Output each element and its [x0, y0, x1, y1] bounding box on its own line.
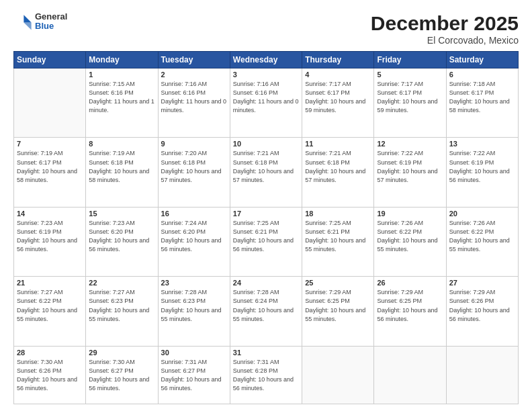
day-number: 17 [233, 210, 299, 218]
calendar-cell: 1Sunrise: 7:15 AMSunset: 6:16 PMDaylight… [86, 68, 158, 138]
calendar-cell: 30Sunrise: 7:31 AMSunset: 6:27 PMDayligh… [158, 346, 230, 404]
day-number: 3 [233, 71, 299, 79]
calendar-cell: 21Sunrise: 7:27 AMSunset: 6:22 PMDayligh… [14, 277, 86, 346]
calendar-cell: 16Sunrise: 7:24 AMSunset: 6:20 PMDayligh… [158, 207, 230, 276]
svg-marker-1 [24, 15, 31, 22]
header-row: SundayMondayTuesdayWednesdayThursdayFrid… [14, 52, 519, 68]
calendar-table: SundayMondayTuesdayWednesdayThursdayFrid… [13, 51, 519, 404]
cell-content: Sunrise: 7:25 AMSunset: 6:21 PMDaylight:… [233, 219, 299, 254]
cell-content: Sunrise: 7:31 AMSunset: 6:27 PMDaylight:… [161, 358, 227, 393]
day-number: 13 [449, 140, 515, 148]
day-number: 1 [89, 71, 154, 79]
calendar-subtitle: El Corcovado, Mexico [371, 35, 519, 46]
day-number: 23 [161, 279, 227, 287]
cell-content: Sunrise: 7:30 AMSunset: 6:26 PMDaylight:… [17, 358, 83, 393]
cell-content: Sunrise: 7:23 AMSunset: 6:19 PMDaylight:… [17, 219, 83, 254]
calendar-cell: 25Sunrise: 7:29 AMSunset: 6:25 PMDayligh… [302, 277, 374, 346]
calendar-cell [446, 346, 518, 404]
calendar-cell: 13Sunrise: 7:22 AMSunset: 6:19 PMDayligh… [446, 138, 518, 207]
cell-content: Sunrise: 7:29 AMSunset: 6:26 PMDaylight:… [449, 288, 515, 323]
calendar-cell: 22Sunrise: 7:27 AMSunset: 6:23 PMDayligh… [86, 277, 158, 346]
col-header-monday: Monday [86, 52, 158, 68]
col-header-wednesday: Wednesday [230, 52, 302, 68]
col-header-saturday: Saturday [446, 52, 518, 68]
calendar-cell: 4Sunrise: 7:17 AMSunset: 6:17 PMDaylight… [302, 68, 374, 138]
calendar-cell: 9Sunrise: 7:20 AMSunset: 6:18 PMDaylight… [158, 138, 230, 207]
cell-content: Sunrise: 7:20 AMSunset: 6:18 PMDaylight:… [161, 149, 227, 184]
week-row-1: 1Sunrise: 7:15 AMSunset: 6:16 PMDaylight… [14, 68, 519, 138]
calendar-cell: 3Sunrise: 7:16 AMSunset: 6:16 PMDaylight… [230, 68, 302, 138]
cell-content: Sunrise: 7:16 AMSunset: 6:16 PMDaylight:… [233, 80, 299, 115]
calendar-cell: 18Sunrise: 7:25 AMSunset: 6:21 PMDayligh… [302, 207, 374, 276]
week-row-2: 7Sunrise: 7:19 AMSunset: 6:17 PMDaylight… [14, 138, 519, 207]
calendar-cell [374, 346, 446, 404]
calendar-cell: 7Sunrise: 7:19 AMSunset: 6:17 PMDaylight… [14, 138, 86, 207]
cell-content: Sunrise: 7:25 AMSunset: 6:21 PMDaylight:… [305, 219, 371, 254]
day-number: 21 [17, 279, 83, 287]
logo-icon [13, 12, 32, 31]
day-number: 4 [305, 71, 371, 79]
calendar-cell: 23Sunrise: 7:28 AMSunset: 6:23 PMDayligh… [158, 277, 230, 346]
calendar-cell: 19Sunrise: 7:26 AMSunset: 6:22 PMDayligh… [374, 207, 446, 276]
cell-content: Sunrise: 7:23 AMSunset: 6:20 PMDaylight:… [89, 219, 154, 254]
day-number: 30 [161, 349, 227, 357]
cell-content: Sunrise: 7:17 AMSunset: 6:17 PMDaylight:… [305, 80, 371, 115]
cell-content: Sunrise: 7:31 AMSunset: 6:28 PMDaylight:… [233, 358, 299, 393]
day-number: 6 [449, 71, 515, 79]
calendar-cell: 14Sunrise: 7:23 AMSunset: 6:19 PMDayligh… [14, 207, 86, 276]
day-number: 12 [377, 140, 443, 148]
title-block: December 2025 El Corcovado, Mexico [371, 12, 519, 46]
day-number: 7 [17, 140, 83, 148]
cell-content: Sunrise: 7:27 AMSunset: 6:23 PMDaylight:… [89, 288, 154, 323]
day-number: 15 [89, 210, 154, 218]
col-header-sunday: Sunday [14, 52, 86, 68]
calendar-cell: 12Sunrise: 7:22 AMSunset: 6:19 PMDayligh… [374, 138, 446, 207]
logo-text: General Blue [35, 12, 67, 32]
day-number: 8 [89, 140, 154, 148]
day-number: 16 [161, 210, 227, 218]
cell-content: Sunrise: 7:21 AMSunset: 6:18 PMDaylight:… [305, 149, 371, 184]
cell-content: Sunrise: 7:27 AMSunset: 6:22 PMDaylight:… [17, 288, 83, 323]
day-number: 29 [89, 349, 154, 357]
day-number: 10 [233, 140, 299, 148]
header: General Blue December 2025 El Corcovado,… [13, 12, 519, 46]
calendar-cell: 17Sunrise: 7:25 AMSunset: 6:21 PMDayligh… [230, 207, 302, 276]
col-header-friday: Friday [374, 52, 446, 68]
cell-content: Sunrise: 7:19 AMSunset: 6:18 PMDaylight:… [89, 149, 154, 184]
week-row-5: 28Sunrise: 7:30 AMSunset: 6:26 PMDayligh… [14, 346, 519, 404]
cell-content: Sunrise: 7:22 AMSunset: 6:19 PMDaylight:… [377, 149, 443, 184]
day-number: 5 [377, 71, 443, 79]
logo-general: General [35, 12, 67, 21]
cell-content: Sunrise: 7:29 AMSunset: 6:25 PMDaylight:… [305, 288, 371, 323]
day-number: 9 [161, 140, 227, 148]
calendar-cell: 28Sunrise: 7:30 AMSunset: 6:26 PMDayligh… [14, 346, 86, 404]
day-number: 11 [305, 140, 371, 148]
calendar-cell [14, 68, 86, 138]
cell-content: Sunrise: 7:18 AMSunset: 6:17 PMDaylight:… [449, 80, 515, 115]
col-header-thursday: Thursday [302, 52, 374, 68]
day-number: 2 [161, 71, 227, 79]
day-number: 31 [233, 349, 299, 357]
day-number: 19 [377, 210, 443, 218]
calendar-cell: 8Sunrise: 7:19 AMSunset: 6:18 PMDaylight… [86, 138, 158, 207]
calendar-title: December 2025 [371, 12, 519, 35]
col-header-tuesday: Tuesday [158, 52, 230, 68]
cell-content: Sunrise: 7:26 AMSunset: 6:22 PMDaylight:… [449, 219, 515, 254]
svg-marker-2 [24, 23, 31, 30]
calendar-cell: 6Sunrise: 7:18 AMSunset: 6:17 PMDaylight… [446, 68, 518, 138]
cell-content: Sunrise: 7:22 AMSunset: 6:19 PMDaylight:… [449, 149, 515, 184]
week-row-4: 21Sunrise: 7:27 AMSunset: 6:22 PMDayligh… [14, 277, 519, 346]
page: General Blue December 2025 El Corcovado,… [0, 0, 532, 411]
logo-blue: Blue [35, 21, 67, 31]
day-number: 27 [449, 279, 515, 287]
cell-content: Sunrise: 7:16 AMSunset: 6:16 PMDaylight:… [161, 80, 227, 115]
calendar-cell: 20Sunrise: 7:26 AMSunset: 6:22 PMDayligh… [446, 207, 518, 276]
day-number: 14 [17, 210, 83, 218]
cell-content: Sunrise: 7:24 AMSunset: 6:20 PMDaylight:… [161, 219, 227, 254]
calendar-cell [302, 346, 374, 404]
cell-content: Sunrise: 7:19 AMSunset: 6:17 PMDaylight:… [17, 149, 83, 184]
calendar-cell: 24Sunrise: 7:28 AMSunset: 6:24 PMDayligh… [230, 277, 302, 346]
calendar-cell: 31Sunrise: 7:31 AMSunset: 6:28 PMDayligh… [230, 346, 302, 404]
day-number: 24 [233, 279, 299, 287]
calendar-cell: 2Sunrise: 7:16 AMSunset: 6:16 PMDaylight… [158, 68, 230, 138]
